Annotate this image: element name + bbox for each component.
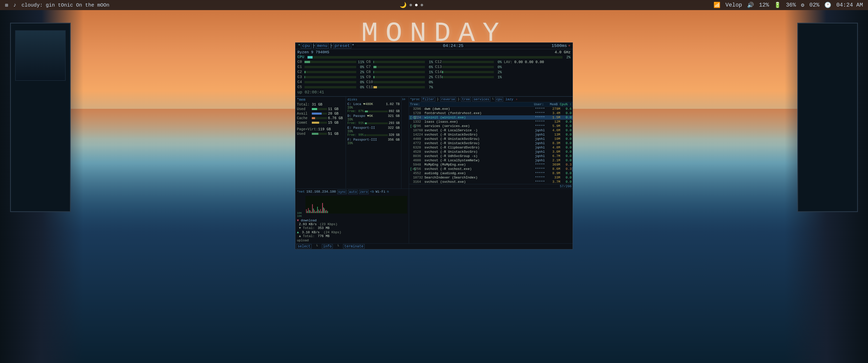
net-graph xyxy=(306,196,407,214)
clock-icon: 🕐 xyxy=(824,2,831,8)
proc-row-services[interactable]: [-] 1296 services (services.exe) ***** 5… xyxy=(409,124,572,128)
volume-level: 12% xyxy=(759,2,769,8)
tree-btn[interactable]: tree xyxy=(461,97,471,101)
proc-row-svchost7[interactable]: 8036 svchost (-R UdhSvcGroup -s) jqnhl 6… xyxy=(409,154,572,158)
proc-row-lsass[interactable]: 1332 lsass (lsass.exe) ***** 12M 0.0 xyxy=(409,120,572,124)
core-c13: C13 0% xyxy=(435,65,502,69)
net-header: *net 192.168.234.100 sync auto zero <b W… xyxy=(297,190,407,194)
net-download-stats: ▼ download 2.93 KB/s (23 Kbps) ▼ Total: … xyxy=(297,219,407,242)
cpu-label[interactable]: cpu xyxy=(301,43,311,49)
reverse-btn[interactable]: reverse xyxy=(440,97,456,101)
uptime-display: up 02:00:41 xyxy=(298,90,570,95)
cpu-overall-bar: CPU 2% xyxy=(298,55,570,59)
core-c5: C5 0% xyxy=(298,85,364,89)
core-c3: C3 1% xyxy=(298,75,364,79)
time-display: 04:24:25 xyxy=(443,43,464,48)
proc-count: 57/206 xyxy=(409,184,572,188)
disk-e: E: Passport-II 322 GB IO% Free: 99% 320 … xyxy=(347,126,400,137)
taskbar-left: ⊞ ♪ cloudy: gin tOnic On the mOOn xyxy=(5,2,109,8)
net-scale-container: 10K xyxy=(297,195,407,215)
refresh-icon: + xyxy=(568,43,570,48)
refresh-rate: 1500ms xyxy=(552,43,567,48)
memory-panel: *mem Total: 31 GB Used 11 GB Avail 20 GB… xyxy=(296,97,346,188)
proc-row-svchost3[interactable]: 4480 svchost (-R UnistackSvcGrou) jqnhl … xyxy=(409,137,572,141)
preset-label[interactable]: preset xyxy=(333,43,351,49)
dot-1[interactable] xyxy=(409,4,412,6)
core-c1: C1 0% xyxy=(298,65,364,69)
term-title-bar: * cpu ├ menu ├ preset * 04:24:25 1500ms … xyxy=(296,43,572,49)
zero-btn[interactable]: zero xyxy=(359,190,369,194)
net-scale-bottom: 10K xyxy=(297,215,407,218)
lav-values: 0.00 0.00 0.00 xyxy=(514,60,544,64)
window-frame-left xyxy=(0,10,83,363)
cpu-icon: ⚙️ xyxy=(801,2,804,8)
proc-row-svchost1[interactable]: 10760 svchost (-R LocalService -) jqnhl … xyxy=(409,128,572,132)
services-btn[interactable]: services xyxy=(472,97,490,101)
core-c0: C0 11% xyxy=(298,60,364,64)
mem-pagevirt-row: Page+Virt: 119 GB xyxy=(297,127,344,131)
lav-row: LAV: 0.00 0.00 0.00 xyxy=(504,60,571,64)
grid-icon[interactable]: ⊞ xyxy=(5,2,8,8)
core-c8: C8 1% xyxy=(366,70,433,74)
mem-commit-row: Commt 15 GB xyxy=(297,121,344,125)
disk-d: D: Passpo ▼6K 321 GB IO% Free: 91% 293 G… xyxy=(347,114,400,125)
cpu-section: Ryzen 9 7940HS 4.0 GHz CPU 2% C0 11% C6 … xyxy=(296,49,572,96)
proc-row-svchost5[interactable]: 6320 svchost (-R ClipboardSvcGro) jqnhl … xyxy=(409,145,572,150)
dot-2[interactable] xyxy=(415,4,417,6)
menu-label[interactable]: menu xyxy=(316,43,329,49)
auto-btn[interactable]: auto xyxy=(348,190,358,194)
core-c9: C9 2% xyxy=(366,75,433,79)
proc-row-svchost4[interactable]: 4772 svchost (-R UnistackSvcGrou) jqnhl … xyxy=(409,141,572,145)
proc-row-searchindexer[interactable]: 10732 SearchIndexer (SearchIndex) ***** … xyxy=(409,176,572,180)
cpu-model-row: Ryzen 9 7940HS 4.0 GHz xyxy=(298,50,570,55)
proc-row-svchost2[interactable]: 14224 svchost (-R UnistackSvcGro) jqnhl … xyxy=(409,132,572,137)
cpu-bar-container xyxy=(308,56,562,59)
proc-row-svchost8[interactable]: 4600 svchost (-R LocalSystemNetw) jqnhl … xyxy=(409,158,572,162)
footer-terminate[interactable]: terminate xyxy=(343,244,365,249)
mem-used-row: Used 11 GB xyxy=(297,107,344,111)
core-c11: C11 7% xyxy=(366,85,433,89)
music-icon: ♪ xyxy=(13,2,17,8)
core-c10: C10 0% xyxy=(366,80,433,84)
cpu-tab[interactable]: * xyxy=(298,43,301,48)
cpu-bar-label: CPU xyxy=(298,55,307,59)
core-c6: C6 1% xyxy=(366,60,433,64)
volume-icon[interactable]: 🔊 xyxy=(747,2,754,8)
battery-level: 36% xyxy=(786,2,796,8)
proc-row-svchost-last[interactable]: 3164 svchost (svchost.exe) ***** 3.7M 0.… xyxy=(409,180,572,184)
core-c2: C2 2% xyxy=(298,70,364,74)
song-title: cloudy: gin tOnic On the mOOn xyxy=(22,2,109,8)
cpu-bar-fill xyxy=(308,56,313,59)
mem-cache-row: Cache 6.76 GB xyxy=(297,116,344,120)
proc-row-msmpeng[interactable]: 5948 MsMpEng (MsMpEng.exe) ***** 369M 0.… xyxy=(409,162,572,167)
lazy-btn[interactable]: lazy xyxy=(505,97,514,101)
proc-row-dwm[interactable]: 3296 dwm (dwm.exe) ***** 278M 0.6 xyxy=(409,107,572,111)
net-scale-top: 10K xyxy=(297,212,305,215)
network-panel: *net 192.168.234.100 sync auto zero <b W… xyxy=(296,189,409,243)
cores-grid: C0 11% C6 1% C12 0% LAV: 0.00 0.00 0.00 … xyxy=(298,60,570,90)
disks-panel: disks C: Loca ▼480K 1.02 TB IO% Free: 87… xyxy=(346,97,401,188)
proc-row-audiodg[interactable]: 4552 audiodg (audiodg.exe) ***** 8.9M 0.… xyxy=(409,171,572,176)
footer-info[interactable]: info xyxy=(322,244,333,249)
process-list: 3296 dwm (dwm.exe) ***** 278M 0.6 1728 f… xyxy=(409,107,572,184)
dot-3[interactable] xyxy=(421,4,423,6)
terminal-window: * cpu ├ menu ├ preset * 04:24:25 1500ms … xyxy=(295,42,573,249)
sync-btn[interactable]: sync xyxy=(337,190,347,194)
core-c12: C12 0% xyxy=(435,60,502,64)
cpu-bar-pct: 2% xyxy=(563,55,570,59)
proc-row-fontdrvhost[interactable]: 1728 fontdrvhost (fontdrvhost.exe) *****… xyxy=(409,111,572,115)
proc-row-svchost6[interactable]: 4528 svchost (-R UnistackSvcGro) jqnhl 3… xyxy=(409,150,572,154)
cpu-model: Ryzen 9 7940HS xyxy=(298,50,329,55)
wifi-icon: 📶 xyxy=(713,2,720,8)
taskbar: ⊞ ♪ cloudy: gin tOnic On the mOOn 🌙 📶 Ve… xyxy=(0,0,868,10)
cpu-usage: 02% xyxy=(809,2,819,8)
proc-row-wininit[interactable]: [-] 1224 wininit (wininit.exe) ***** 1.5… xyxy=(409,115,572,120)
mem-total-row: Total: 31 GB xyxy=(297,102,344,107)
battery-icon: 🔋 xyxy=(774,2,781,8)
proc-row-svchost-audio[interactable]: [-] 4256 svchost (-R svchost.exe) ***** … xyxy=(409,167,572,171)
proc-panel-header: *proc filter ├ reverse ├ tree services └… xyxy=(409,97,572,102)
filter-btn[interactable]: filter xyxy=(422,97,435,101)
footer-bar: select └ info └ terminate xyxy=(296,243,572,249)
footer-select[interactable]: select xyxy=(297,244,312,249)
cpu-filter-btn[interactable]: cpu xyxy=(495,97,503,101)
